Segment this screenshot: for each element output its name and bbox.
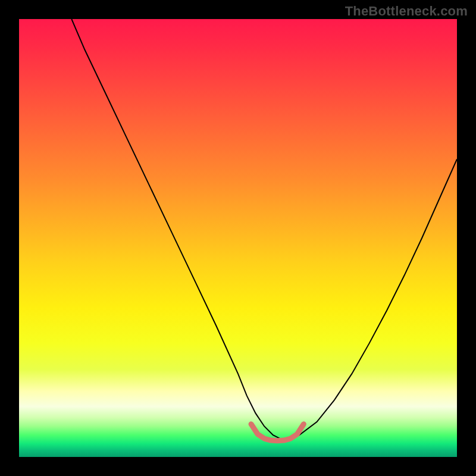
plot-area	[19, 19, 457, 457]
chart-frame: TheBottleneck.com	[0, 0, 476, 476]
watermark-text: TheBottleneck.com	[345, 4, 468, 19]
bottleneck-curve	[71, 19, 457, 440]
optimal-range-marker	[251, 424, 303, 441]
curve-layer	[19, 19, 457, 457]
